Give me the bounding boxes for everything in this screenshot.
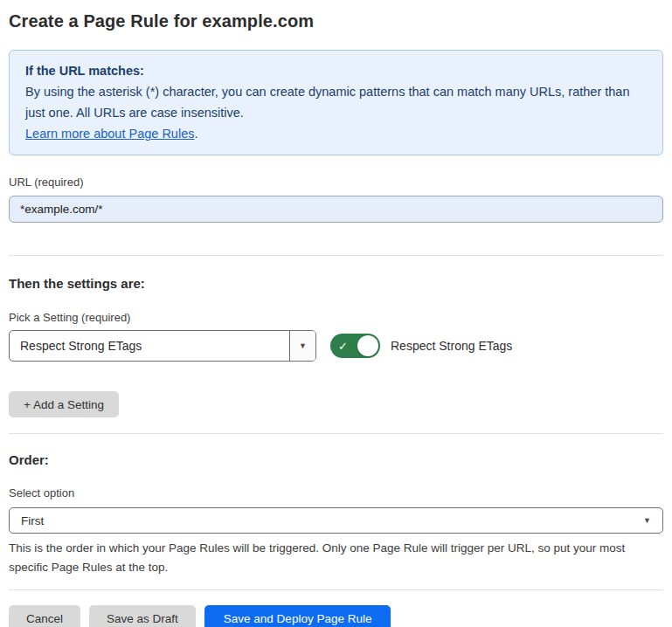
settings-section-heading: Then the settings are: [9,275,663,293]
url-field-label: URL (required) [9,175,663,190]
url-match-info-box: If the URL matches: By using the asteris… [9,50,663,155]
setting-toggle-label: Respect Strong ETags [391,339,512,353]
form-actions: Cancel Save as Draft Save and Deploy Pag… [9,605,663,627]
save-as-draft-button[interactable]: Save as Draft [89,605,196,627]
setting-select-value: Respect Strong ETags [10,331,289,361]
page-title: Create a Page Rule for example.com [9,9,663,33]
order-help-text: This is the order in which your Page Rul… [9,539,660,577]
create-page-rule-form: Create a Page Rule for example.com If th… [0,0,672,627]
url-input[interactable] [9,196,663,223]
save-and-deploy-button[interactable]: Save and Deploy Page Rule [204,605,391,627]
order-select-value: First [21,514,44,527]
order-section-heading: Order: [9,451,663,469]
divider [9,433,663,434]
learn-more-link[interactable]: Learn more about Page Rules [25,127,194,141]
pick-setting-label: Pick a Setting (required) [9,310,663,326]
link-suffix: . [194,127,197,141]
chevron-down-icon: ▼ [299,342,307,350]
add-setting-button[interactable]: + Add a Setting [9,391,119,417]
info-box-link-line: Learn more about Page Rules. [25,123,647,144]
order-select[interactable]: First ▼ [9,507,663,534]
setting-toggle-group: ✓ Respect Strong ETags [330,334,512,358]
info-box-heading: If the URL matches: [25,60,647,81]
check-icon: ✓ [338,341,348,352]
setting-select[interactable]: Respect Strong ETags ▼ [9,330,316,362]
setting-row: Respect Strong ETags ▼ ✓ Respect Strong … [9,330,663,362]
setting-select-arrow-button[interactable]: ▼ [289,331,315,361]
divider [9,255,663,256]
info-box-body: By using the asterisk (*) character, you… [25,81,647,123]
chevron-down-icon: ▼ [643,517,651,525]
toggle-knob [357,335,378,356]
cancel-button[interactable]: Cancel [9,605,80,627]
order-select-label: Select option [9,486,663,501]
setting-toggle[interactable]: ✓ [330,334,380,358]
divider [9,589,663,590]
